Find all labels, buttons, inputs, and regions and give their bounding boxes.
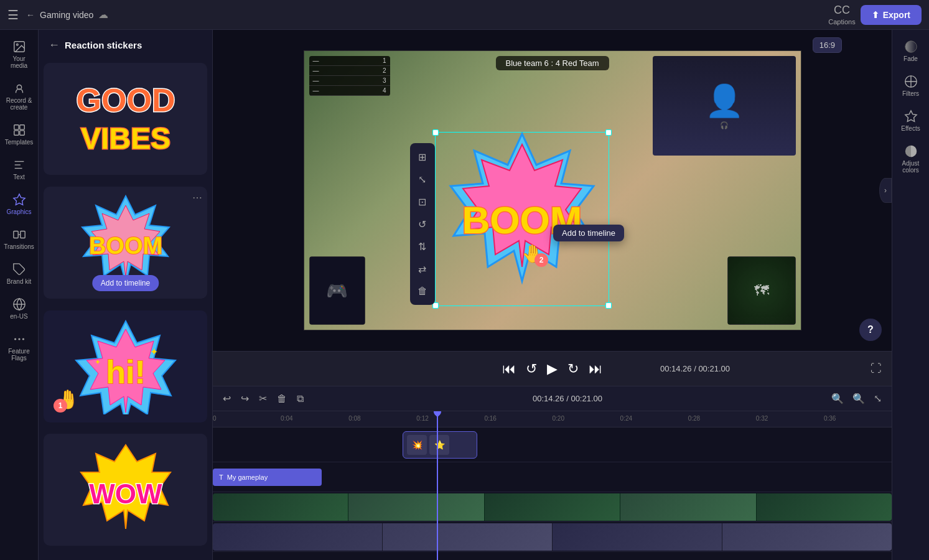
ruler-mark-24: 0:24 [620,415,632,422]
stickers-back-button[interactable]: ← [49,39,60,52]
hamburger-button[interactable]: ☰ [7,7,19,22]
redo-button[interactable]: ↪ [238,390,251,407]
forward-button[interactable]: ↻ [567,361,579,377]
ruler-mark-36: 0:36 [824,415,836,422]
svg-point-18 [19,338,20,340]
svg-point-17 [14,338,16,340]
hi-svg-panel: hi! ✦ ✦ [63,318,188,414]
timeline-zoom-controls: 🔍 🔍 ⤡ [829,390,884,407]
sidebar-item-templates[interactable]: Templates [2,118,37,151]
export-icon: ⬆ [872,10,879,20]
right-panel-adjust-colors[interactable]: Adjust colors [894,139,928,179]
undo-button[interactable]: ↩ [220,390,233,407]
sidebar-item-your-media[interactable]: Your media [2,35,37,74]
delete-element-button[interactable]: 🗑 [413,281,432,301]
cut-button[interactable]: ✂ [256,390,269,407]
ruler-mark-0: 0 [213,415,217,422]
wow-svg-panel: WOW [63,440,188,539]
position-tool-button[interactable]: ⊡ [413,192,432,212]
video-segment-2 [722,523,892,551]
rewind-button[interactable]: ↺ [526,361,537,377]
playback-controls: ⏮ ↺ ▶ ↻ ⏭ 00:14.26 / 00:21.00 ⛶ [213,361,892,377]
export-button[interactable]: ⬆ Export [861,5,922,25]
ruler-mark-4: 0:04 [281,415,292,422]
stickers-panel-title: Reaction stickers [65,40,142,50]
cam-bg: 👤 🎧 [653,56,796,156]
sidebar-item-record[interactable]: Record & create [2,77,37,116]
right-panel-fade[interactable]: Fade [894,35,928,67]
sidebar-item-language[interactable]: en-US [2,292,37,325]
sticker-options-dots[interactable]: ⋯ [192,192,202,203]
video-segment [485,493,620,521]
add-to-timeline-button[interactable]: Add to timeline [92,275,159,291]
fade-icon [904,40,918,54]
captions-button[interactable]: CC Captions [828,4,855,26]
topbar-right: CC Captions ⬆ Export [828,4,922,26]
svg-marker-37 [905,111,916,121]
sticker-track: 💥 ⭐ [213,427,892,462]
play-button[interactable]: ▶ [547,361,558,377]
expand-timeline-button[interactable]: ⤡ [871,390,884,407]
svg-rect-3 [14,125,18,129]
sticker-item-wow[interactable]: WOW [44,434,207,546]
video-item-corner: 🎮 [309,256,365,325]
sticker-item-boom[interactable]: ⋯ BOOM Add to timeline [44,187,207,299]
sidebar-item-text[interactable]: Text [2,153,37,185]
right-panel-effects[interactable]: Effects [894,105,928,137]
sidebar: Your media Record & create Templates Tex… [0,30,39,560]
cursor-badge-2: 2 [535,253,548,267]
flip-v-button[interactable]: ⇅ [413,236,432,256]
graphics-icon [12,193,26,207]
video-clip-1[interactable] [213,493,892,521]
sidebar-item-transitions[interactable]: Transitions [2,223,37,255]
playback-center: ⏮ ↺ ▶ ↻ ⏭ [502,361,602,377]
right-panel-filters[interactable]: Filters [894,70,928,102]
delete-button[interactable]: 🗑 [274,391,289,407]
video-segment-2 [383,523,553,551]
svg-point-1 [16,44,18,45]
skip-back-button[interactable]: ⏮ [502,361,516,377]
sidebar-item-brand-kit[interactable]: Brand kit [2,258,37,290]
sticker-clip[interactable]: 💥 ⭐ [403,431,477,459]
right-panel-collapse-arrow[interactable]: › [879,178,892,203]
video-minimap: 🗺 [727,256,796,325]
svg-rect-12 [20,231,24,238]
right-panel: Fade Filters Effects Adjust colors [892,30,929,560]
crop-tool-button[interactable]: ⊞ [413,147,432,167]
video-segment-2 [213,523,383,551]
svg-text:BOOM: BOOM [88,233,162,259]
text-clip[interactable]: T My gameplay [213,469,322,486]
zoom-out-button[interactable]: 🔍 [829,390,846,407]
svg-point-35 [905,41,916,52]
zoom-in-button[interactable]: 🔍 [850,390,867,407]
svg-rect-5 [14,131,18,135]
filters-icon [904,75,918,88]
svg-text:WOW: WOW [89,478,162,509]
aspect-ratio-badge[interactable]: 16:9 [813,37,842,53]
stickers-grid: GOOD VIBES ⋯ BOOM Add to timeline [39,58,212,560]
back-button[interactable]: ← [26,10,35,20]
sidebar-item-graphics[interactable]: Graphics [2,188,37,220]
sticker-item-good-vibes[interactable]: GOOD VIBES [44,63,207,175]
rotate-tool-button[interactable]: ↺ [413,214,432,234]
playback-time-display: 00:14.26 / 00:21.00 [660,364,730,373]
main-layout: Your media Record & create Templates Tex… [0,30,929,560]
sidebar-item-feature-flags[interactable]: Feature Flags [2,327,37,366]
skip-forward-button[interactable]: ⏭ [589,361,602,377]
record-icon [12,82,26,95]
video-scoreboard-panel: —1 —2 —3 —4 [309,56,390,96]
timeline-toolbar: ↩ ↪ ✂ 🗑 ⧉ 00:14.26 / 00:21.00 🔍 🔍 ⤡ [213,386,892,411]
copy-button[interactable]: ⧉ [294,391,306,407]
minimap-display: 🗺 [728,257,795,324]
help-button[interactable]: ? [859,319,882,341]
sticker-item-hi[interactable]: hi! ✦ ✦ 🤚 1 [44,310,207,422]
flip-h-button[interactable]: ⇄ [413,259,432,279]
boom-sticker-canvas[interactable]: BOOM [432,129,612,309]
video-clip-2[interactable] [213,523,892,551]
video-canvas: Blue team 6 : 4 Red Team —1 —2 —3 —4 👤 🎧 [304,50,801,330]
timeline-time-display: 00:14.26 / 00:21.00 [311,394,824,403]
fullscreen-button[interactable]: ⛶ [871,362,882,375]
resize-tool-button[interactable]: ⤡ [413,169,432,189]
text-clip-label: My gameplay [227,474,268,481]
svg-point-19 [22,338,24,340]
